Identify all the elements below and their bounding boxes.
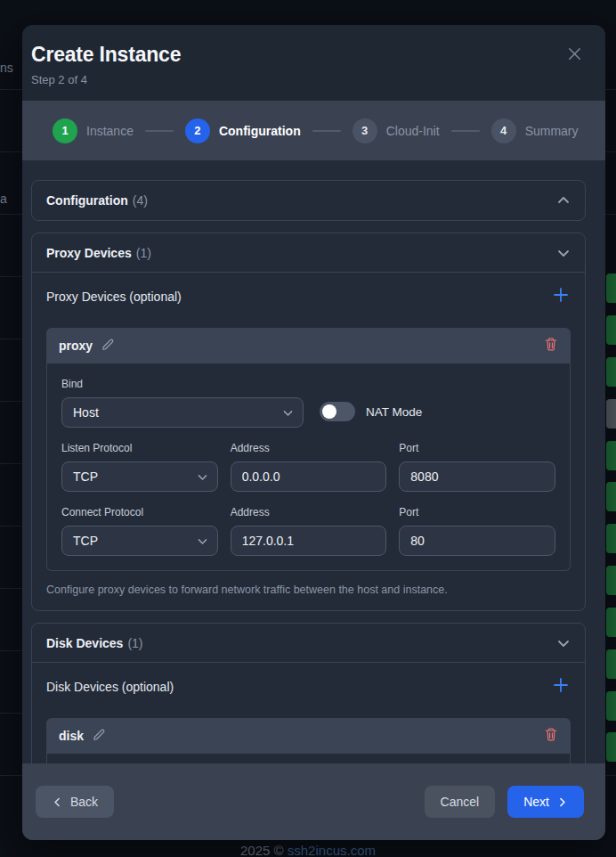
step-2-circle: 2 (185, 118, 210, 143)
configuration-count: (4) (133, 193, 148, 208)
proxy-devices-count: (1) (136, 246, 151, 260)
wizard-stepper: 1 Instance 2 Configuration 3 Cloud-Init … (22, 101, 605, 160)
chevron-down-icon (197, 471, 208, 483)
step-connector (312, 130, 341, 132)
bg-status-badge (606, 608, 616, 637)
bind-label: Bind (61, 378, 304, 390)
step-3-label: Cloud-Init (386, 124, 440, 138)
step-4-label: Summary (525, 124, 579, 138)
nat-mode-toggle[interactable] (320, 402, 355, 421)
close-icon (566, 45, 583, 66)
copyright-text: 2025 © (240, 843, 288, 857)
proxy-devices-section-header[interactable]: Proxy Devices(1) (32, 233, 585, 273)
disk-devices-section-title: Disk Devices(1) (46, 636, 143, 650)
modal-body: Configuration(4) Proxy Devices(1) Proxy (22, 160, 605, 763)
bind-row: Bind Host (61, 378, 555, 428)
bind-select-value: Host (73, 405, 99, 420)
configuration-section-title: Configuration(4) (46, 193, 148, 208)
nat-mode-label: NAT Mode (366, 405, 422, 419)
close-button[interactable] (564, 45, 584, 65)
disk-device-name: disk (59, 729, 84, 743)
next-button-label: Next (523, 795, 549, 809)
chevron-right-icon (556, 796, 568, 808)
disk-devices-count: (1) (127, 636, 142, 650)
step-1-label: Instance (86, 124, 134, 138)
back-button-label: Back (70, 795, 98, 809)
nat-mode-row: NAT Mode (320, 402, 422, 421)
step-1-circle: 1 (53, 118, 77, 143)
disk-devices-section-header[interactable]: Disk Devices(1) (32, 624, 585, 663)
connect-protocol-value: TCP (73, 534, 98, 548)
chevron-down-icon (556, 636, 571, 650)
page-copyright: 2025 © ssh2incus.com (0, 843, 616, 857)
bg-status-badge (606, 732, 616, 762)
step-summary[interactable]: 4 Summary (491, 118, 579, 143)
connect-port-input[interactable] (399, 526, 555, 556)
bg-status-badge (606, 357, 616, 387)
delete-proxy-device-button[interactable] (544, 337, 558, 355)
bg-text-fragment: a (0, 192, 7, 206)
bg-status-badge (606, 273, 616, 303)
step-2-label: Configuration (219, 124, 301, 138)
bg-status-badge (606, 524, 616, 553)
chevron-down-icon (197, 535, 208, 547)
trash-icon (544, 337, 558, 355)
connect-port-label: Port (399, 506, 555, 518)
edit-device-name-button[interactable] (93, 728, 106, 745)
bg-status-badge (606, 399, 616, 428)
connect-address-label: Address (231, 506, 387, 518)
step-configuration[interactable]: 2 Configuration (185, 118, 301, 143)
proxy-optional-label: Proxy Devices (optional) (46, 290, 182, 304)
create-instance-modal: Create Instance Step 2 of 4 1 Instance 2… (22, 25, 605, 840)
proxy-devices-section-card: Proxy Devices(1) Proxy Devices (optional… (31, 233, 586, 611)
plus-icon (552, 286, 570, 307)
bg-status-badge (606, 315, 616, 345)
proxy-devices-section-title: Proxy Devices(1) (46, 246, 151, 260)
bind-select[interactable]: Host (61, 397, 304, 428)
listen-port-input[interactable] (399, 461, 555, 492)
chevron-down-icon (556, 246, 571, 260)
screen: 2025 © ssh2incus.com nsa Create Instance… (0, 0, 616, 857)
next-button[interactable]: Next (507, 786, 584, 818)
configuration-section-header[interactable]: Configuration(4) (32, 181, 585, 220)
listen-protocol-label: Listen Protocol (61, 442, 218, 454)
listen-row: Listen Protocol TCP Address (61, 442, 555, 492)
add-disk-device-button[interactable] (551, 677, 571, 697)
copyright-link[interactable]: ssh2incus.com (288, 843, 376, 857)
disk-device-form (46, 754, 571, 763)
plus-icon (552, 676, 570, 698)
chevron-up-icon (556, 193, 571, 208)
cancel-button-label: Cancel (441, 795, 480, 809)
disk-devices-content: Disk Devices (optional) disk (32, 663, 585, 763)
connect-address-input[interactable] (231, 526, 387, 556)
add-proxy-device-button[interactable] (551, 287, 571, 306)
bg-status-badge (606, 441, 616, 470)
step-instance[interactable]: 1 Instance (53, 118, 134, 143)
back-button[interactable]: Back (36, 786, 114, 818)
step-indicator-text: Step 2 of 4 (31, 73, 584, 86)
pencil-icon (101, 338, 115, 355)
bg-status-badge (606, 691, 616, 721)
pencil-icon (93, 728, 106, 745)
modal-header: Create Instance Step 2 of 4 (22, 25, 605, 101)
cancel-button[interactable]: Cancel (425, 786, 496, 818)
bg-status-badge (606, 649, 616, 679)
proxy-device-name: proxy (59, 339, 93, 353)
step-connector (451, 130, 480, 132)
proxy-device-bar: proxy (46, 328, 571, 363)
connect-protocol-label: Connect Protocol (61, 506, 218, 518)
step-connector (145, 130, 174, 132)
listen-protocol-select[interactable]: TCP (61, 461, 218, 492)
listen-address-input[interactable] (231, 461, 387, 492)
edit-device-name-button[interactable] (101, 338, 115, 355)
bg-status-badge (606, 482, 616, 511)
modal-title: Create Instance (31, 43, 584, 67)
step-cloud-init[interactable]: 3 Cloud-Init (353, 118, 440, 143)
listen-port-label: Port (399, 442, 555, 454)
connect-protocol-select[interactable]: TCP (61, 526, 218, 556)
listen-protocol-value: TCP (73, 469, 98, 484)
disk-devices-section-card: Disk Devices(1) Disk Devices (optional) (31, 623, 586, 763)
trash-icon (544, 727, 558, 745)
chevron-down-icon (282, 407, 294, 419)
delete-disk-device-button[interactable] (544, 727, 558, 745)
